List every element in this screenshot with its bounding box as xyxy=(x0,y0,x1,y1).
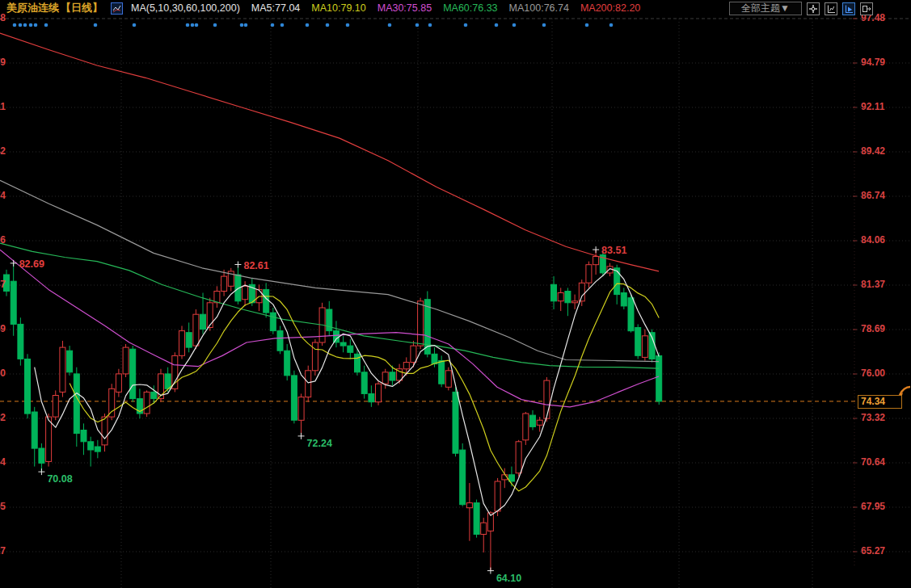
candle xyxy=(390,372,395,380)
axis-label: 94.79 xyxy=(0,57,6,68)
candle xyxy=(200,314,206,329)
candle xyxy=(621,293,626,306)
candle xyxy=(277,331,283,351)
period-tag: 【日线】 xyxy=(61,1,103,15)
pan-icon[interactable] xyxy=(807,2,820,15)
price-annotations: 82.6970.0882.6172.2464.1083.51 xyxy=(11,245,627,583)
candle xyxy=(88,442,94,450)
candle xyxy=(207,303,213,328)
ma-value: MA60:76.33 xyxy=(443,2,497,14)
axis-label: 76.00 xyxy=(0,368,6,379)
axis-label: 65.27 xyxy=(861,545,885,556)
candle xyxy=(656,355,662,401)
candle xyxy=(411,346,416,363)
symbol-title: 美原油连续 xyxy=(6,1,59,15)
candle xyxy=(186,333,192,347)
candle xyxy=(11,281,16,324)
candle xyxy=(586,265,592,284)
axis-label: 73.32 xyxy=(861,412,885,423)
y-axis-scale-icon[interactable] xyxy=(825,2,837,15)
auto-follow-icon[interactable] xyxy=(842,2,855,15)
candle xyxy=(298,397,304,421)
axis-label: 78.69 xyxy=(0,323,6,334)
ma-values: MA5:77.04MA10:79.10MA30:75.85MA60:76.33M… xyxy=(251,2,640,14)
ma-value: MA100:76.74 xyxy=(509,2,569,14)
candle xyxy=(116,374,121,393)
candle xyxy=(439,361,445,384)
candle xyxy=(642,336,647,358)
gridlines xyxy=(0,19,911,588)
annotation-label: 82.69 xyxy=(19,258,44,270)
axis-label: 94.79 xyxy=(861,57,885,68)
axis-label: 76.00 xyxy=(861,368,885,379)
candle xyxy=(243,286,248,299)
candle xyxy=(165,374,171,388)
axis-label: 92.11 xyxy=(0,101,6,112)
axis-label: 81.37 xyxy=(861,279,885,290)
candle xyxy=(221,276,227,291)
ma-settings-label: MA(5,10,30,60,100,200) xyxy=(131,2,240,14)
axis-label: 73.32 xyxy=(0,412,6,423)
candle xyxy=(628,298,634,331)
theme-dropdown[interactable]: 全部主题▼ xyxy=(729,2,802,15)
candle xyxy=(46,417,52,461)
axis-label: 70.64 xyxy=(861,456,885,468)
candle xyxy=(60,347,65,392)
candle xyxy=(382,372,388,384)
candle xyxy=(403,363,409,369)
candle xyxy=(466,503,472,508)
candle xyxy=(312,342,318,371)
annotation-label: 82.61 xyxy=(243,260,268,271)
candles xyxy=(4,250,662,570)
candle xyxy=(53,396,58,418)
candlestick-chart[interactable]: 82.6970.0882.6172.2464.1083.51 xyxy=(0,0,911,588)
candle xyxy=(376,384,382,402)
candle xyxy=(270,313,276,331)
candle xyxy=(537,420,542,425)
candle xyxy=(334,331,340,342)
chart-toolbar: 全部主题▼ xyxy=(729,2,873,15)
candle xyxy=(593,257,599,265)
axis-label: 78.69 xyxy=(861,323,885,334)
ma-value: MA10:79.10 xyxy=(311,2,365,14)
candle xyxy=(264,289,269,313)
candle xyxy=(32,412,37,448)
ma-value: MA5:77.04 xyxy=(251,2,300,14)
mini-chart-icon[interactable] xyxy=(111,2,123,15)
candle xyxy=(67,351,73,372)
candle xyxy=(102,417,108,445)
annotation-label: 64.10 xyxy=(496,573,521,584)
axis-label: 92.11 xyxy=(861,101,884,112)
axis-label: 84.06 xyxy=(0,234,6,246)
ma-line-ma5 xyxy=(35,269,660,516)
candle xyxy=(74,374,79,434)
candle xyxy=(516,442,521,473)
candle xyxy=(481,523,487,534)
candle xyxy=(179,331,185,356)
candle xyxy=(95,447,100,452)
axis-label: 86.74 xyxy=(0,190,6,201)
candle xyxy=(614,268,620,295)
shift-right-icon[interactable] xyxy=(860,2,873,15)
axis-label: 81.37 xyxy=(0,279,6,290)
event-dots xyxy=(13,23,614,27)
candle xyxy=(530,415,536,426)
candle xyxy=(453,392,458,453)
candle xyxy=(348,346,353,352)
candle xyxy=(151,392,157,398)
axis-label: 89.42 xyxy=(0,145,6,157)
candle xyxy=(130,349,136,398)
candle xyxy=(172,355,178,388)
candle xyxy=(544,380,550,418)
axis-label: 84.06 xyxy=(861,234,885,246)
candle xyxy=(418,301,424,346)
axis-label: 86.74 xyxy=(861,190,885,201)
candle xyxy=(340,342,346,346)
candle xyxy=(18,324,23,359)
ma-value: MA30:75.85 xyxy=(377,2,432,14)
axis-label: 70.64 xyxy=(0,456,6,468)
candle xyxy=(355,354,361,372)
current-price-label: 74.34 xyxy=(858,395,902,409)
candle xyxy=(579,283,584,301)
annotation-label: 83.51 xyxy=(601,245,626,256)
